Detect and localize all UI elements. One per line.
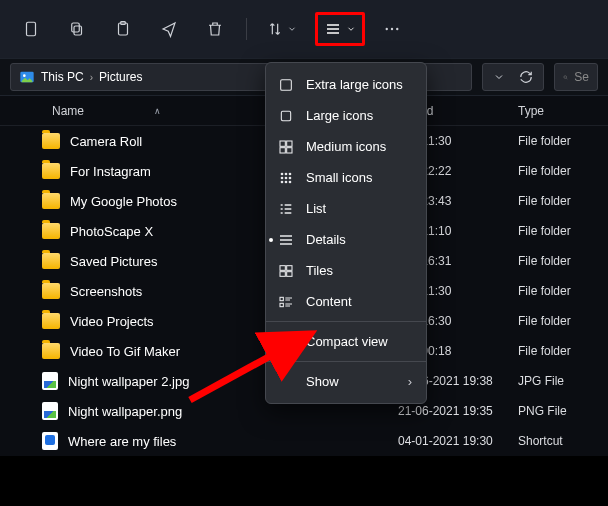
view-menu: Extra large iconsLarge iconsMedium icons… [265,62,427,404]
crumb-root[interactable]: This PC [41,70,84,84]
menu-item-small-icons[interactable]: Small icons [266,162,426,193]
view-button[interactable] [315,12,365,46]
view-option-icon [278,263,294,279]
paste-button[interactable] [106,12,140,46]
menu-item-label: Content [306,294,352,309]
file-modified: 21-06-2021 19:35 [390,404,510,418]
svg-rect-15 [280,147,285,152]
delete-button[interactable] [198,12,232,46]
file-name: PhotoScape X [70,224,153,239]
svg-point-20 [281,176,284,179]
menu-item-label: Medium icons [306,139,386,154]
folder-icon [42,313,60,329]
copy-button[interactable] [60,12,94,46]
file-type: File folder [510,164,608,178]
view-option-icon [278,108,294,124]
menu-show[interactable]: Show › [266,366,426,397]
folder-icon [42,253,60,269]
view-option-icon [278,294,294,310]
folder-icon [42,283,60,299]
share-button[interactable] [152,12,186,46]
menu-item-tiles[interactable]: Tiles [266,255,426,286]
svg-point-24 [285,180,288,183]
crumb-current[interactable]: Pictures [99,70,142,84]
svg-point-18 [285,172,288,175]
svg-rect-28 [280,271,285,276]
svg-point-10 [564,75,567,78]
svg-point-22 [289,176,292,179]
refresh-icon[interactable] [519,70,533,84]
svg-rect-16 [287,147,292,152]
svg-rect-31 [280,303,283,306]
svg-rect-14 [287,141,292,146]
svg-point-19 [289,172,292,175]
file-type: File folder [510,254,608,268]
svg-rect-0 [27,22,36,36]
folder-icon [42,223,60,239]
new-button[interactable] [14,12,48,46]
menu-item-label: Details [306,232,346,247]
file-type: File folder [510,284,608,298]
menu-item-medium-icons[interactable]: Medium icons [266,131,426,162]
svg-point-9 [23,74,26,77]
file-name: For Instagram [70,164,151,179]
file-type: PNG File [510,404,608,418]
more-button[interactable] [383,20,401,38]
svg-point-6 [391,28,393,30]
file-type: JPG File [510,374,608,388]
shortcut-icon [42,432,58,450]
svg-rect-12 [281,111,290,120]
folder-icon [42,343,60,359]
svg-point-21 [285,176,288,179]
svg-rect-26 [280,265,285,270]
file-name: Night wallpaper 2.jpg [68,374,189,389]
menu-compact-view[interactable]: Compact view [266,326,426,357]
menu-item-list[interactable]: List [266,193,426,224]
menu-separator [266,321,426,322]
search-icon [563,71,568,84]
file-type: File folder [510,314,608,328]
chevron-down-icon[interactable] [493,71,505,83]
menu-separator [266,361,426,362]
file-name: Video To Gif Maker [70,344,180,359]
chevron-right-icon: › [90,72,93,83]
view-option-icon [278,201,294,217]
chevron-right-icon: › [408,374,412,389]
menu-item-details[interactable]: Details [266,224,426,255]
view-option-icon [278,139,294,155]
sort-asc-icon: ∧ [154,106,161,116]
svg-point-5 [386,28,388,30]
menu-item-large-icons[interactable]: Large icons [266,100,426,131]
file-name: Where are my files [68,434,176,449]
file-name: My Google Photos [70,194,177,209]
svg-rect-11 [281,79,292,90]
view-option-icon [278,77,294,93]
svg-rect-30 [280,297,283,300]
search-input[interactable]: Se [554,63,598,91]
file-name: Saved Pictures [70,254,157,269]
file-name: Night wallpaper.png [68,404,182,419]
menu-item-content[interactable]: Content [266,286,426,317]
menu-item-extra-large-icons[interactable]: Extra large icons [266,69,426,100]
view-option-icon [278,232,294,248]
view-option-icon [278,170,294,186]
menu-item-label: Extra large icons [306,77,403,92]
svg-rect-29 [287,271,292,276]
file-type: File folder [510,344,608,358]
svg-point-25 [289,180,292,183]
pictures-icon [19,69,35,85]
file-name: Video Projects [70,314,154,329]
svg-rect-13 [280,141,285,146]
image-file-icon [42,402,58,420]
column-type[interactable]: Type [510,104,608,118]
menu-item-label: Tiles [306,263,333,278]
svg-rect-27 [287,265,292,270]
folder-icon [42,163,60,179]
sort-button[interactable] [261,15,303,43]
folder-icon [42,133,60,149]
toolbar [0,0,608,58]
toolbar-separator [246,18,247,40]
table-row[interactable]: Where are my files04-01-2021 19:30Shortc… [0,426,608,456]
file-modified: 04-01-2021 19:30 [390,434,510,448]
folder-icon [42,193,60,209]
